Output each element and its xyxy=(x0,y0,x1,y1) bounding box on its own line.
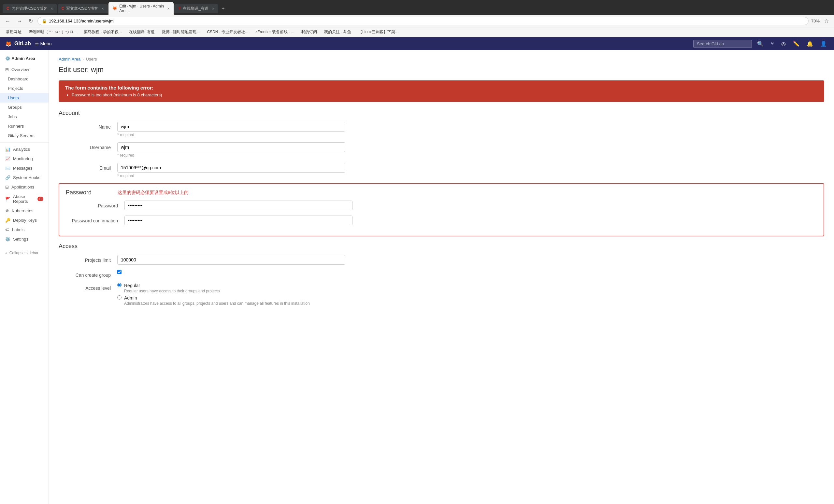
access-level-regular-radio[interactable] xyxy=(117,283,122,287)
name-input[interactable] xyxy=(117,122,345,132)
applications-icon: ⊞ xyxy=(5,185,9,189)
access-level-admin-desc: Administrators have access to all groups… xyxy=(124,301,310,306)
topnav-user-icon[interactable]: 👤 xyxy=(818,39,829,48)
bookmark-9[interactable]: 我的关注 - 斗鱼 xyxy=(322,29,354,36)
main-layout: ⚙️ Admin Area ⊞ Overview Dashboard Proje… xyxy=(0,50,834,504)
topnav-right: 🔍 ⑂ ◎ ✏️ 🔔 👤 xyxy=(693,39,829,48)
tab-close-3[interactable]: ✕ xyxy=(167,7,170,10)
menu-label: Menu xyxy=(40,41,52,46)
sidebar-item-gitaly[interactable]: Gitaly Servers xyxy=(0,131,48,140)
admin-area-icon: ⚙️ xyxy=(5,56,10,61)
projects-limit-label: Projects limit xyxy=(59,255,117,263)
menu-icon: ☰ xyxy=(35,41,39,46)
collapse-sidebar-button[interactable]: « Collapse sidebar xyxy=(0,248,48,258)
sidebar-kubernetes[interactable]: ☸ Kubernetes xyxy=(0,206,48,215)
bookmark-5[interactable]: 微博 - 随时随地发现... xyxy=(159,29,203,36)
can-create-group-label: Can create group xyxy=(59,270,117,278)
messages-icon: ✉️ xyxy=(5,166,10,170)
password-confirm-input[interactable] xyxy=(125,215,352,225)
bookmark-label-3: 菜鸟教程 - 学的不仅... xyxy=(84,29,122,35)
search-input[interactable] xyxy=(693,40,752,48)
password-field xyxy=(125,201,352,210)
bookmark-7[interactable]: zFrontier 装备前线 - ... xyxy=(253,29,297,36)
bookmark-6[interactable]: CSDN - 专业开发者社... xyxy=(204,29,251,36)
access-level-field: Regular Regular users have access to the… xyxy=(117,283,345,306)
username-label: Username xyxy=(59,142,117,150)
tab-4[interactable]: Y 在线翻译_有道 ✕ xyxy=(174,4,218,13)
bookmark-10[interactable]: 【Linux三剑客】下架... xyxy=(356,29,401,36)
tab-close-2[interactable]: ✕ xyxy=(101,7,104,10)
can-create-group-checkbox[interactable] xyxy=(117,270,122,274)
sidebar-applications[interactable]: ⊞ Applications xyxy=(0,182,48,192)
breadcrumb: Admin Area › Users xyxy=(59,56,824,62)
tab-2[interactable]: C 写文章-CSDN博客 ✕ xyxy=(58,4,108,13)
name-field-group: Name * required xyxy=(59,122,824,137)
address-bar[interactable]: 🔒 xyxy=(38,17,809,25)
sidebar-overview[interactable]: ⊞ Overview xyxy=(0,65,48,74)
bookmark-3[interactable]: 菜鸟教程 - 学的不仅... xyxy=(81,29,125,36)
bookmark-1[interactable]: 常用网址 xyxy=(3,29,24,36)
topnav-issue-icon[interactable]: ◎ xyxy=(779,39,788,48)
menu-button[interactable]: ☰ Menu xyxy=(35,41,52,46)
labels-icon: 🏷 xyxy=(5,227,9,232)
topnav-bell-icon[interactable]: 🔔 xyxy=(805,39,815,48)
tab-close-4[interactable]: ✕ xyxy=(212,7,214,10)
sidebar-item-runners[interactable]: Runners xyxy=(0,121,48,131)
zoom-level: 70% xyxy=(811,19,820,23)
projects-limit-input[interactable] xyxy=(117,255,345,265)
bookmark-label-6: CSDN - 专业开发者社... xyxy=(207,29,248,35)
gitaly-label: Gitaly Servers xyxy=(8,133,35,138)
url-input[interactable] xyxy=(49,19,804,23)
sidebar-item-jobs[interactable]: Jobs xyxy=(0,112,48,121)
sidebar-item-groups[interactable]: Groups xyxy=(0,102,48,112)
bookmark-label-10: 【Linux三剑客】下架... xyxy=(358,29,398,35)
sidebar-messages[interactable]: ✉️ Messages xyxy=(0,163,48,173)
username-input[interactable] xyxy=(117,142,345,152)
sidebar-abuse-reports[interactable]: 🚩 Abuse Reports 0 xyxy=(0,192,48,206)
back-button[interactable]: ← xyxy=(3,18,13,25)
bookmark-label-7: zFrontier 装备前线 - ... xyxy=(256,29,294,35)
topnav-merge-icon[interactable]: ⑂ xyxy=(769,39,776,48)
email-field: * required xyxy=(117,163,345,178)
error-list: Password is too short (minimum is 8 char… xyxy=(65,92,818,97)
tab-1[interactable]: C 内容管理-CSDN博客 ✕ xyxy=(3,4,57,13)
password-section-header: Password 这里的密码必须要设置成8位以上的 xyxy=(66,189,817,196)
forward-button[interactable]: → xyxy=(15,18,24,25)
sidebar-analytics[interactable]: 📊 Analytics xyxy=(0,144,48,154)
tab-3[interactable]: 🦊 Edit · wjm · Users · Admin Are... ✕ xyxy=(109,2,174,15)
topnav-edit-icon[interactable]: ✏️ xyxy=(791,39,802,48)
bookmark-label-9: 我的关注 - 斗鱼 xyxy=(324,29,351,35)
sidebar-item-users[interactable]: Users xyxy=(0,93,48,102)
topnav-search-icon[interactable]: 🔍 xyxy=(755,39,766,48)
sidebar-item-projects[interactable]: Projects xyxy=(0,84,48,93)
tab-close-1[interactable]: ✕ xyxy=(50,7,53,10)
bookmark-label-5: 微博 - 随时随地发现... xyxy=(162,29,200,35)
bookmark-button[interactable]: ☆ xyxy=(822,17,831,25)
sidebar-deploy-keys[interactable]: 🔑 Deploy Keys xyxy=(0,215,48,225)
sidebar-system-hooks[interactable]: 🔗 System Hooks xyxy=(0,173,48,182)
overview-label: Overview xyxy=(12,67,29,72)
sidebar-monitoring[interactable]: 📈 Monitoring xyxy=(0,154,48,163)
main-content: Admin Area › Users Edit user: wjm The fo… xyxy=(49,50,834,504)
username-hint: * required xyxy=(117,153,345,158)
bookmark-2[interactable]: 哔哩哔哩（ *・ω・）つロ... xyxy=(26,29,79,36)
password-input[interactable] xyxy=(125,201,352,210)
groups-label: Groups xyxy=(8,105,22,110)
sidebar-item-dashboard[interactable]: Dashboard xyxy=(0,74,48,84)
access-level-admin-radio[interactable] xyxy=(117,295,122,300)
breadcrumb-admin-link[interactable]: Admin Area xyxy=(59,56,81,62)
email-input[interactable] xyxy=(117,163,345,173)
bookmark-4[interactable]: 在线翻译_有道 xyxy=(126,29,157,36)
sidebar-settings[interactable]: ⚙️ Settings xyxy=(0,234,48,244)
bookmark-8[interactable]: 我的订阅 xyxy=(299,29,320,36)
gitlab-logo-text: GitLab xyxy=(14,41,31,47)
jobs-label: Jobs xyxy=(8,114,17,119)
reload-button[interactable]: ↻ xyxy=(27,17,35,25)
collapse-icon: « xyxy=(5,251,7,255)
tab-bar: C 内容管理-CSDN博客 ✕ C 写文章-CSDN博客 ✕ 🦊 Edit · … xyxy=(0,0,834,15)
new-tab-button[interactable]: + xyxy=(219,4,227,13)
gitlab-logo[interactable]: 🦊 GitLab xyxy=(5,41,31,47)
abuse-badge: 0 xyxy=(38,197,43,201)
can-create-group-field xyxy=(117,270,345,274)
sidebar-labels[interactable]: 🏷 Labels xyxy=(0,225,48,234)
